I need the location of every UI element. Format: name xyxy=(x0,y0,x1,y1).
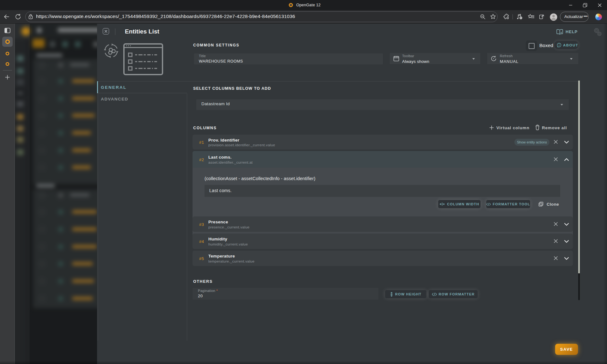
svg-text:?: ? xyxy=(560,31,562,34)
